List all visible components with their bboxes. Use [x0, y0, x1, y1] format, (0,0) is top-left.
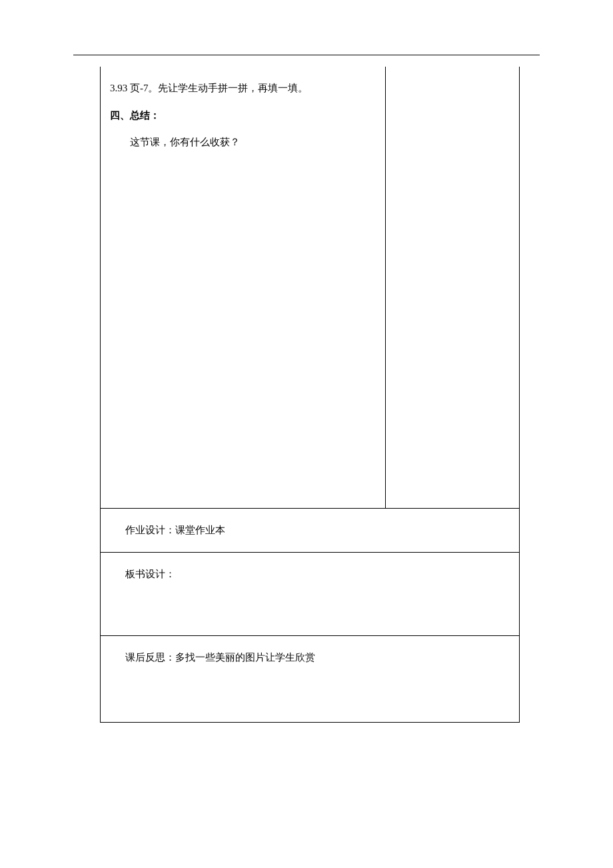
- lesson-plan-table: 3.93 页-7。先让学生动手拼一拼，再填一填。 四、总结： 这节课，你有什么收…: [100, 67, 520, 723]
- page-top-rule: [73, 55, 540, 55]
- board-row: 板书设计：: [101, 552, 519, 635]
- section-4-body: 这节课，你有什么收获？: [110, 133, 376, 152]
- section-4-title: 四、总结：: [110, 106, 376, 125]
- board-text: 板书设计：: [110, 565, 510, 584]
- homework-row: 作业设计：课堂作业本: [101, 508, 519, 552]
- reflect-text: 课后反思：多找一些美丽的图片让学生欣赏: [110, 648, 510, 667]
- content-row: 3.93 页-7。先让学生动手拼一拼，再填一填。 四、总结： 这节课，你有什么收…: [101, 67, 519, 508]
- homework-text: 作业设计：课堂作业本: [110, 521, 510, 540]
- reflect-row: 课后反思：多找一些美丽的图片让学生欣赏: [101, 635, 519, 722]
- exercise-line: 3.93 页-7。先让学生动手拼一拼，再填一填。: [110, 79, 376, 98]
- content-left-cell: 3.93 页-7。先让学生动手拼一拼，再填一填。 四、总结： 这节课，你有什么收…: [101, 67, 386, 508]
- content-right-cell: [386, 67, 519, 508]
